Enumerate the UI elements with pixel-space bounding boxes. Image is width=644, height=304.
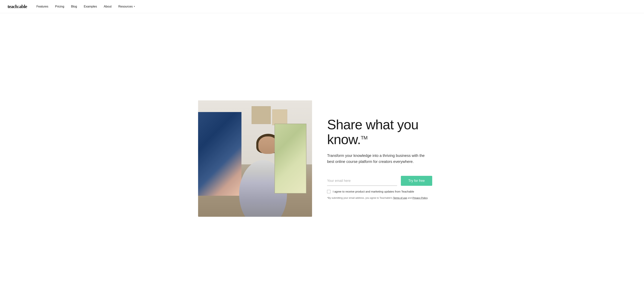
hero-section: Share what you know.TM Transform your kn… (190, 13, 454, 304)
logo[interactable]: teach:able (8, 4, 27, 9)
legal-text-prefix: *By submitting your email address, you a… (327, 197, 393, 199)
consent-label: I agree to receive product and marketing… (333, 190, 414, 194)
consent-row: I agree to receive product and marketing… (327, 190, 432, 194)
legal-end-text: . (428, 197, 428, 199)
legal-text: *By submitting your email address, you a… (327, 196, 428, 200)
trademark-symbol: TM (361, 135, 368, 141)
nav-link-blog[interactable]: Blog (71, 5, 77, 8)
nav-link-about[interactable]: About (104, 5, 112, 8)
nav-link-examples[interactable]: Examples (84, 5, 97, 8)
hero-subtitle: Transform your knowledge into a thriving… (327, 153, 425, 165)
try-for-free-button[interactable]: Try for free (401, 176, 432, 186)
chevron-down-icon: ▾ (134, 5, 135, 8)
email-form: Try for free (327, 176, 432, 186)
nav-link-pricing[interactable]: Pricing (55, 5, 64, 8)
email-input[interactable] (327, 176, 397, 186)
hero-image (198, 100, 312, 217)
hero-image-container (198, 100, 312, 217)
hero-title-line2: know. (327, 132, 361, 147)
navbar: teach:able Features Pricing Blog Example… (0, 0, 644, 13)
studio-scene (198, 100, 312, 217)
privacy-policy-link[interactable]: Privacy Policy (412, 197, 428, 199)
hero-title: Share what you know.TM (327, 117, 446, 147)
legal-and-text: and (407, 197, 412, 199)
nav-link-resources[interactable]: Resources ▾ (118, 5, 135, 8)
main-canvas (274, 124, 306, 194)
nav-link-features[interactable]: Features (36, 5, 48, 8)
consent-checkbox[interactable] (327, 190, 330, 193)
storage-box-1 (252, 106, 271, 124)
storage-box-2 (272, 109, 287, 125)
terms-of-use-link[interactable]: Terms of use (393, 197, 407, 199)
hero-title-line1: Share what you (327, 117, 418, 132)
hero-content: Share what you know.TM Transform your kn… (327, 113, 446, 204)
